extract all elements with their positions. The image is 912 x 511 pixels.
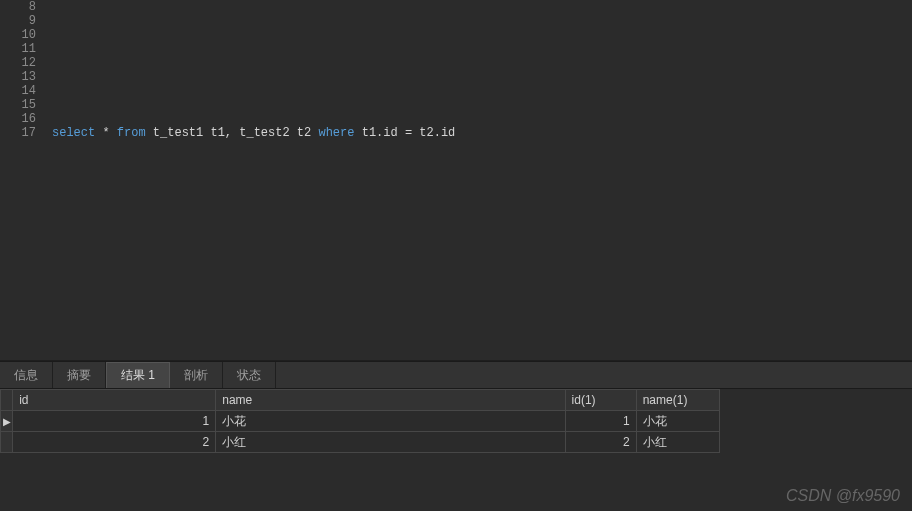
token: t1.id = t2.id (354, 126, 455, 140)
tab-2[interactable]: 结果 1 (106, 362, 170, 388)
cell-name1[interactable]: 小花 (636, 411, 719, 432)
code-line[interactable] (52, 42, 455, 56)
line-number: 17 (10, 126, 36, 140)
sql-editor[interactable]: 891011121314151617 select * from t_test1… (0, 0, 912, 361)
row-marker-header (1, 390, 13, 411)
token: * (95, 126, 117, 140)
token: t_test1 t1, t_test2 t2 (146, 126, 319, 140)
code-line[interactable] (52, 84, 455, 98)
tab-4[interactable]: 状态 (223, 362, 276, 388)
results-tabbar: 信息摘要结果 1剖析状态 (0, 361, 912, 389)
watermark: CSDN @fx9590 (786, 487, 900, 505)
header-row: id name id(1) name(1) (1, 390, 720, 411)
cell-name[interactable]: 小花 (216, 411, 565, 432)
code-line[interactable] (52, 14, 455, 28)
cell-id[interactable]: 1 (13, 411, 216, 432)
code-line[interactable]: select * from t_test1 t1, t_test2 t2 whe… (52, 126, 455, 140)
code-line[interactable] (52, 0, 455, 14)
row-marker: ▶ (1, 411, 13, 432)
line-number: 12 (10, 56, 36, 70)
code-line[interactable] (52, 98, 455, 112)
code-line[interactable] (52, 56, 455, 70)
cell-name1[interactable]: 小红 (636, 432, 719, 453)
cell-id1[interactable]: 2 (565, 432, 636, 453)
line-gutter: 891011121314151617 (0, 0, 42, 360)
column-header-name[interactable]: name (216, 390, 565, 411)
row-marker (1, 432, 13, 453)
line-number: 13 (10, 70, 36, 84)
table-row[interactable]: 2小红2小红 (1, 432, 720, 453)
keyword-select: select (52, 126, 95, 140)
code-line[interactable] (52, 28, 455, 42)
tab-1[interactable]: 摘要 (53, 362, 106, 388)
cell-id1[interactable]: 1 (565, 411, 636, 432)
line-number: 9 (10, 14, 36, 28)
code-line[interactable] (52, 70, 455, 84)
line-number: 14 (10, 84, 36, 98)
column-header-id1[interactable]: id(1) (565, 390, 636, 411)
code-line[interactable] (52, 112, 455, 126)
tab-0[interactable]: 信息 (0, 362, 53, 388)
results-grid[interactable]: id name id(1) name(1) ▶1小花1小花2小红2小红 (0, 389, 720, 453)
cell-id[interactable]: 2 (13, 432, 216, 453)
line-number: 15 (10, 98, 36, 112)
column-header-name1[interactable]: name(1) (636, 390, 719, 411)
line-number: 16 (10, 112, 36, 126)
line-number: 11 (10, 42, 36, 56)
results-panel: id name id(1) name(1) ▶1小花1小花2小红2小红 (0, 389, 912, 453)
column-header-id[interactable]: id (13, 390, 216, 411)
line-number: 10 (10, 28, 36, 42)
keyword-from: from (117, 126, 146, 140)
line-number: 8 (10, 0, 36, 14)
cell-name[interactable]: 小红 (216, 432, 565, 453)
keyword-where: where (318, 126, 354, 140)
table-row[interactable]: ▶1小花1小花 (1, 411, 720, 432)
code-area[interactable]: select * from t_test1 t1, t_test2 t2 whe… (42, 0, 455, 360)
tab-3[interactable]: 剖析 (170, 362, 223, 388)
